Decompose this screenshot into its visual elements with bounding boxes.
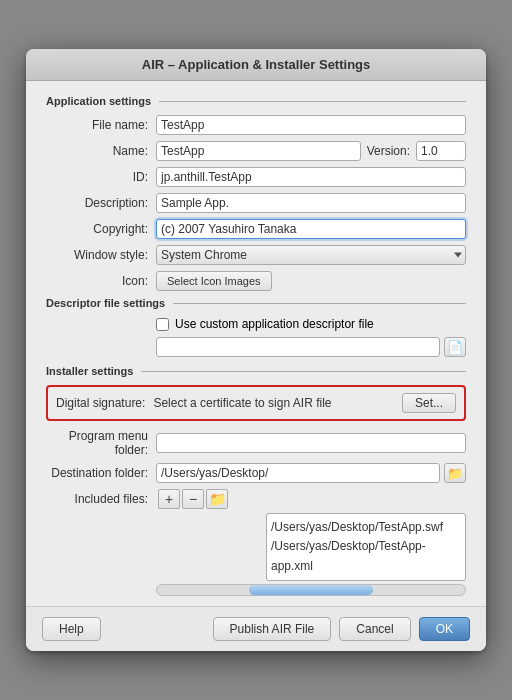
- file-name-input[interactable]: [156, 115, 466, 135]
- id-control: [156, 167, 466, 187]
- id-label: ID:: [46, 170, 156, 184]
- destination-label: Destination folder:: [46, 466, 156, 480]
- dialog-footer: Help Publish AIR File Cancel OK: [26, 606, 486, 651]
- file-name-row: File name:: [46, 115, 466, 135]
- add-icon: +: [165, 491, 173, 507]
- installer-settings-label: Installer settings: [46, 365, 133, 377]
- name-version-row: Name: Version:: [46, 141, 466, 161]
- scrollbar-area: [156, 584, 466, 596]
- application-settings-section: Application settings: [46, 95, 466, 107]
- description-row: Description:: [46, 193, 466, 213]
- select-icon-button[interactable]: Select Icon Images: [156, 271, 272, 291]
- browse-descriptor-icon: 📄: [447, 340, 463, 355]
- destination-input[interactable]: [156, 463, 440, 483]
- name-version-control: Version:: [156, 141, 466, 161]
- installer-settings-section: Installer settings: [46, 365, 466, 377]
- section-line-3: [141, 371, 466, 372]
- dialog-body: Application settings File name: Name: Ve…: [26, 81, 486, 606]
- descriptor-settings-section: Descriptor file settings: [46, 297, 466, 309]
- copyright-control: [156, 219, 466, 239]
- folder-button[interactable]: 📁: [206, 489, 228, 509]
- icon-row: Icon: Select Icon Images: [46, 271, 466, 291]
- copyright-row: Copyright:: [46, 219, 466, 239]
- ok-button[interactable]: OK: [419, 617, 470, 641]
- publish-button[interactable]: Publish AIR File: [213, 617, 332, 641]
- files-toolbar: Included files: + − 📁: [156, 489, 466, 509]
- descriptor-browse-button[interactable]: 📄: [444, 337, 466, 357]
- version-input[interactable]: [416, 141, 466, 161]
- scrollbar-thumb: [249, 585, 372, 595]
- custom-descriptor-label: Use custom application descriptor file: [175, 317, 374, 331]
- description-control: [156, 193, 466, 213]
- window-style-select[interactable]: System Chrome: [156, 245, 466, 265]
- digital-sig-text: Select a certificate to sign AIR file: [153, 396, 394, 410]
- cancel-button[interactable]: Cancel: [339, 617, 410, 641]
- custom-descriptor-checkbox[interactable]: [156, 318, 169, 331]
- window-style-wrapper: System Chrome: [156, 245, 466, 265]
- included-files-list: /Users/yas/Desktop/TestApp.swf /Users/ya…: [266, 513, 466, 581]
- scrollbar-track[interactable]: [156, 584, 466, 596]
- descriptor-file-input[interactable]: [156, 337, 440, 357]
- program-menu-label: Program menu folder:: [46, 429, 156, 457]
- files-list-wrapper: /Users/yas/Desktop/TestApp.swf /Users/ya…: [156, 513, 466, 596]
- copyright-input[interactable]: [156, 219, 466, 239]
- file-name-label: File name:: [46, 118, 156, 132]
- icon-label: Icon:: [46, 274, 156, 288]
- name-label: Name:: [46, 144, 156, 158]
- included-files-section: Included files: + − 📁 /Users/yas/Desktop…: [46, 489, 466, 596]
- dialog-title: AIR – Application & Installer Settings: [142, 57, 371, 72]
- folder-icon: 📁: [209, 491, 226, 507]
- program-menu-input[interactable]: [156, 433, 466, 453]
- set-button[interactable]: Set...: [402, 393, 456, 413]
- help-button[interactable]: Help: [42, 617, 101, 641]
- application-settings-label: Application settings: [46, 95, 151, 107]
- digital-signature-row: Digital signature: Select a certificate …: [46, 385, 466, 421]
- file-name-control: [156, 115, 466, 135]
- description-input[interactable]: [156, 193, 466, 213]
- icon-control: Select Icon Images: [156, 271, 466, 291]
- descriptor-file-row: 📄: [46, 337, 466, 357]
- section-line: [159, 101, 466, 102]
- list-item: /Users/yas/Desktop/TestApp-app.xml: [271, 537, 461, 575]
- remove-file-button[interactable]: −: [182, 489, 204, 509]
- remove-icon: −: [189, 491, 197, 507]
- version-label: Version:: [367, 144, 410, 158]
- description-label: Description:: [46, 196, 156, 210]
- section-line-2: [173, 303, 466, 304]
- destination-row: Destination folder: 📁: [46, 463, 466, 483]
- descriptor-settings-label: Descriptor file settings: [46, 297, 165, 309]
- dialog-window: AIR – Application & Installer Settings A…: [26, 49, 486, 651]
- program-menu-row: Program menu folder:: [46, 429, 466, 457]
- copyright-label: Copyright:: [46, 222, 156, 236]
- program-menu-control: [156, 433, 466, 453]
- digital-sig-label: Digital signature:: [56, 396, 145, 410]
- destination-browse-button[interactable]: 📁: [444, 463, 466, 483]
- title-bar: AIR – Application & Installer Settings: [26, 49, 486, 81]
- window-style-row: Window style: System Chrome: [46, 245, 466, 265]
- included-files-label: Included files:: [46, 492, 156, 506]
- browse-destination-icon: 📁: [447, 466, 463, 481]
- list-item: /Users/yas/Desktop/TestApp.swf: [271, 518, 461, 537]
- id-input[interactable]: [156, 167, 466, 187]
- custom-descriptor-row: Use custom application descriptor file: [156, 317, 466, 331]
- id-row: ID:: [46, 167, 466, 187]
- name-input[interactable]: [156, 141, 361, 161]
- add-file-button[interactable]: +: [158, 489, 180, 509]
- destination-wrapper: 📁: [156, 463, 466, 483]
- window-style-label: Window style:: [46, 248, 156, 262]
